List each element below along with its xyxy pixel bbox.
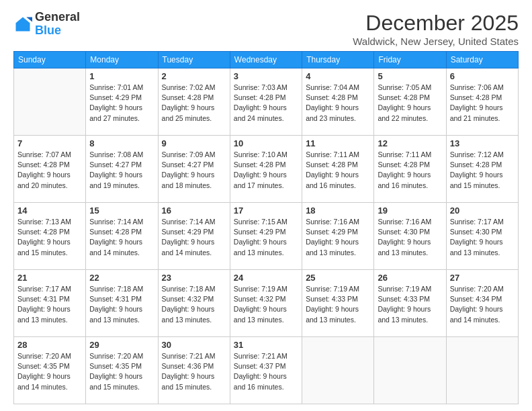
- day-info: Sunrise: 7:21 AMSunset: 4:36 PMDaylight:…: [162, 351, 226, 392]
- calendar-cell: 27Sunrise: 7:20 AMSunset: 4:34 PMDayligh…: [446, 270, 518, 337]
- calendar-cell: 10Sunrise: 7:10 AMSunset: 4:28 PMDayligh…: [230, 136, 302, 203]
- day-number: 1: [89, 71, 154, 81]
- title-block: December 2025 Waldwick, New Jersey, Unit…: [353, 11, 519, 47]
- day-info: Sunrise: 7:20 AMSunset: 4:35 PMDaylight:…: [89, 351, 154, 392]
- day-info: Sunrise: 7:12 AMSunset: 4:28 PMDaylight:…: [450, 150, 515, 191]
- calendar-header-row: SundayMondayTuesdayWednesdayThursdayFrid…: [14, 52, 519, 68]
- day-info: Sunrise: 7:15 AMSunset: 4:29 PMDaylight:…: [234, 217, 298, 258]
- day-number: 28: [17, 340, 82, 350]
- calendar-cell: 7Sunrise: 7:07 AMSunset: 4:28 PMDaylight…: [14, 136, 86, 203]
- day-number: 12: [378, 138, 442, 148]
- logo-blue-text: Blue: [35, 24, 80, 38]
- calendar-cell: 2Sunrise: 7:02 AMSunset: 4:28 PMDaylight…: [158, 68, 230, 136]
- day-info: Sunrise: 7:05 AMSunset: 4:28 PMDaylight:…: [378, 83, 442, 124]
- col-header-wednesday: Wednesday: [230, 52, 302, 68]
- calendar-cell: 29Sunrise: 7:20 AMSunset: 4:35 PMDayligh…: [86, 337, 158, 404]
- day-number: 27: [450, 273, 515, 283]
- day-info: Sunrise: 7:20 AMSunset: 4:35 PMDaylight:…: [17, 351, 82, 392]
- col-header-tuesday: Tuesday: [158, 52, 230, 68]
- logo-general-text: General: [35, 11, 80, 24]
- day-info: Sunrise: 7:03 AMSunset: 4:28 PMDaylight:…: [234, 83, 298, 124]
- month-title: December 2025: [353, 11, 519, 36]
- day-number: 6: [450, 71, 515, 81]
- header: General Blue December 2025 Waldwick, New…: [13, 11, 519, 47]
- day-info: Sunrise: 7:18 AMSunset: 4:31 PMDaylight:…: [89, 284, 154, 325]
- day-number: 7: [17, 138, 82, 148]
- week-row-2: 7Sunrise: 7:07 AMSunset: 4:28 PMDaylight…: [14, 136, 519, 203]
- day-number: 16: [162, 205, 226, 216]
- day-info: Sunrise: 7:16 AMSunset: 4:29 PMDaylight:…: [306, 217, 370, 258]
- day-number: 18: [306, 205, 370, 216]
- calendar-cell: 16Sunrise: 7:14 AMSunset: 4:29 PMDayligh…: [158, 203, 230, 270]
- day-number: 15: [89, 205, 154, 216]
- day-number: 19: [378, 205, 442, 216]
- day-number: 22: [89, 273, 154, 283]
- col-header-monday: Monday: [86, 52, 158, 68]
- calendar-cell: 4Sunrise: 7:04 AMSunset: 4:28 PMDaylight…: [302, 68, 374, 136]
- calendar-cell: [446, 337, 518, 404]
- day-info: Sunrise: 7:11 AMSunset: 4:28 PMDaylight:…: [306, 150, 370, 191]
- day-info: Sunrise: 7:19 AMSunset: 4:32 PMDaylight:…: [234, 284, 298, 325]
- day-info: Sunrise: 7:01 AMSunset: 4:29 PMDaylight:…: [89, 83, 154, 124]
- svg-marker-0: [16, 17, 30, 31]
- day-number: 14: [17, 205, 82, 216]
- col-header-friday: Friday: [374, 52, 446, 68]
- day-number: 24: [234, 273, 298, 283]
- calendar-cell: 11Sunrise: 7:11 AMSunset: 4:28 PMDayligh…: [302, 136, 374, 203]
- day-number: 29: [89, 340, 154, 350]
- day-number: 30: [162, 340, 226, 350]
- day-number: 9: [162, 138, 226, 148]
- calendar-cell: [374, 337, 446, 404]
- calendar-cell: 15Sunrise: 7:14 AMSunset: 4:28 PMDayligh…: [86, 203, 158, 270]
- day-info: Sunrise: 7:17 AMSunset: 4:30 PMDaylight:…: [450, 217, 515, 258]
- day-number: 21: [17, 273, 82, 283]
- logo: General Blue: [13, 11, 80, 38]
- calendar-cell: 5Sunrise: 7:05 AMSunset: 4:28 PMDaylight…: [374, 68, 446, 136]
- calendar-cell: 12Sunrise: 7:11 AMSunset: 4:28 PMDayligh…: [374, 136, 446, 203]
- day-info: Sunrise: 7:09 AMSunset: 4:27 PMDaylight:…: [162, 150, 226, 191]
- day-info: Sunrise: 7:18 AMSunset: 4:32 PMDaylight:…: [162, 284, 226, 325]
- calendar-cell: 31Sunrise: 7:21 AMSunset: 4:37 PMDayligh…: [230, 337, 302, 404]
- calendar-cell: 18Sunrise: 7:16 AMSunset: 4:29 PMDayligh…: [302, 203, 374, 270]
- day-number: 23: [162, 273, 226, 283]
- day-number: 3: [234, 71, 298, 81]
- day-info: Sunrise: 7:19 AMSunset: 4:33 PMDaylight:…: [378, 284, 442, 325]
- day-number: 10: [234, 138, 298, 148]
- day-info: Sunrise: 7:07 AMSunset: 4:28 PMDaylight:…: [17, 150, 82, 191]
- calendar-cell: [302, 337, 374, 404]
- day-info: Sunrise: 7:17 AMSunset: 4:31 PMDaylight:…: [17, 284, 82, 325]
- calendar-cell: 9Sunrise: 7:09 AMSunset: 4:27 PMDaylight…: [158, 136, 230, 203]
- day-number: 4: [306, 71, 370, 81]
- logo-icon: [13, 15, 32, 34]
- week-row-1: 1Sunrise: 7:01 AMSunset: 4:29 PMDaylight…: [14, 68, 519, 136]
- col-header-saturday: Saturday: [446, 52, 518, 68]
- col-header-thursday: Thursday: [302, 52, 374, 68]
- day-info: Sunrise: 7:14 AMSunset: 4:29 PMDaylight:…: [162, 217, 226, 258]
- calendar-cell: 8Sunrise: 7:08 AMSunset: 4:27 PMDaylight…: [86, 136, 158, 203]
- day-number: 20: [450, 205, 515, 216]
- calendar-cell: [14, 68, 86, 136]
- calendar-cell: 28Sunrise: 7:20 AMSunset: 4:35 PMDayligh…: [14, 337, 86, 404]
- day-info: Sunrise: 7:11 AMSunset: 4:28 PMDaylight:…: [378, 150, 442, 191]
- calendar-table: SundayMondayTuesdayWednesdayThursdayFrid…: [13, 51, 519, 404]
- day-number: 26: [378, 273, 442, 283]
- location: Waldwick, New Jersey, United States: [353, 36, 519, 47]
- calendar-cell: 1Sunrise: 7:01 AMSunset: 4:29 PMDaylight…: [86, 68, 158, 136]
- calendar-cell: 22Sunrise: 7:18 AMSunset: 4:31 PMDayligh…: [86, 270, 158, 337]
- calendar-cell: 21Sunrise: 7:17 AMSunset: 4:31 PMDayligh…: [14, 270, 86, 337]
- day-info: Sunrise: 7:19 AMSunset: 4:33 PMDaylight:…: [306, 284, 370, 325]
- calendar-cell: 20Sunrise: 7:17 AMSunset: 4:30 PMDayligh…: [446, 203, 518, 270]
- calendar-cell: 6Sunrise: 7:06 AMSunset: 4:28 PMDaylight…: [446, 68, 518, 136]
- day-info: Sunrise: 7:08 AMSunset: 4:27 PMDaylight:…: [89, 150, 154, 191]
- week-row-5: 28Sunrise: 7:20 AMSunset: 4:35 PMDayligh…: [14, 337, 519, 404]
- day-number: 8: [89, 138, 154, 148]
- day-number: 5: [378, 71, 442, 81]
- calendar-cell: 3Sunrise: 7:03 AMSunset: 4:28 PMDaylight…: [230, 68, 302, 136]
- week-row-3: 14Sunrise: 7:13 AMSunset: 4:28 PMDayligh…: [14, 203, 519, 270]
- week-row-4: 21Sunrise: 7:17 AMSunset: 4:31 PMDayligh…: [14, 270, 519, 337]
- page: General Blue December 2025 Waldwick, New…: [0, 0, 532, 411]
- col-header-sunday: Sunday: [14, 52, 86, 68]
- day-info: Sunrise: 7:20 AMSunset: 4:34 PMDaylight:…: [450, 284, 515, 325]
- day-info: Sunrise: 7:02 AMSunset: 4:28 PMDaylight:…: [162, 83, 226, 124]
- calendar-cell: 24Sunrise: 7:19 AMSunset: 4:32 PMDayligh…: [230, 270, 302, 337]
